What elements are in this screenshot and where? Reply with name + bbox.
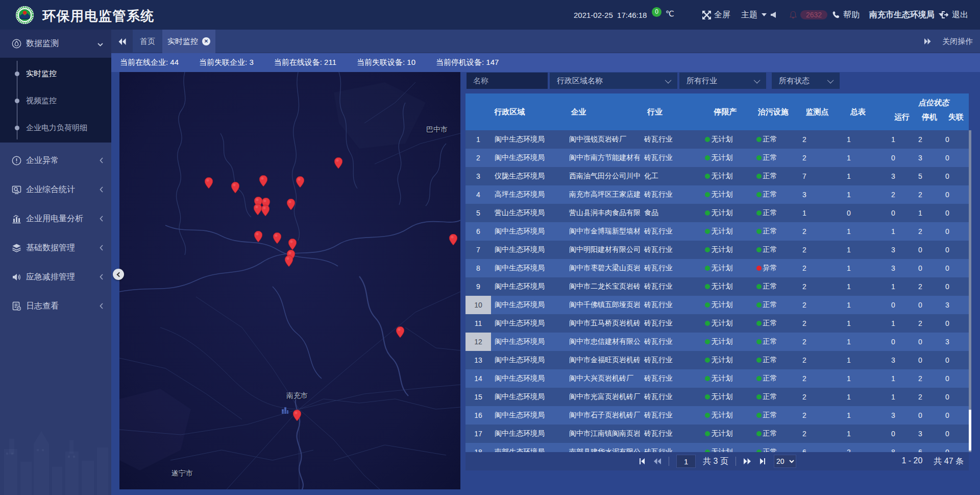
sidebar-item[interactable]: 日志查看 xyxy=(0,292,111,321)
sidebar-item[interactable]: 企业异常 xyxy=(0,146,111,175)
theme-label: 主题 xyxy=(741,10,757,20)
map-marker-pin[interactable] xyxy=(231,182,240,194)
table-row[interactable]: 17阆中生态环境局阆中市江南镇阆南页岩砖瓦行业无计划正常21030 xyxy=(465,425,969,443)
fullscreen-button[interactable]: 全屏 xyxy=(702,0,730,30)
next-page-button[interactable] xyxy=(743,458,751,465)
mute-button[interactable] xyxy=(770,0,777,30)
status-dot-icon xyxy=(705,431,710,436)
collapse-tabs-button[interactable] xyxy=(111,30,133,53)
table-row[interactable]: 7阆中生态环境局阆中明阳建材有限公司砖瓦行业无计划正常21300 xyxy=(465,241,969,259)
stat-item: 当前失联企业: 3 xyxy=(199,58,254,67)
org-menu[interactable]: 南充市生态环境局 xyxy=(869,0,944,30)
sidebar-subitem[interactable]: 视频监控 xyxy=(0,93,111,108)
sidebar-group-data-monitor[interactable]: 数据监测 xyxy=(0,30,111,58)
table-row[interactable]: 16阆中生态环境局阆中市石子页岩机砖厂砖瓦行业无计划正常21300 xyxy=(465,406,969,425)
sidebar-subitem[interactable]: 企业电力负荷明细 xyxy=(0,120,111,135)
table-row[interactable]: 8阆中生态环境局阆中市枣碧大梁山页岩砖瓦行业无计划异常21300 xyxy=(465,259,969,277)
sidebar-item[interactable]: 企业用电量分析 xyxy=(0,204,111,233)
treatment-status-text: 正常 xyxy=(763,282,777,291)
cell-lost: 0 xyxy=(928,369,967,388)
cell-run: 1 xyxy=(876,314,910,333)
map-marker-pin[interactable] xyxy=(254,231,263,243)
map-marker-pin[interactable] xyxy=(288,239,297,250)
cell-stop-status: 无计划 xyxy=(694,185,743,204)
map-marker-pin[interactable] xyxy=(449,234,458,246)
map-marker-pin[interactable] xyxy=(293,410,302,421)
tab-realtime-monitor[interactable]: 实时监控 ✕ xyxy=(162,30,215,53)
cell-meter: 1 xyxy=(827,130,871,149)
status-filter-select[interactable]: 所有状态 xyxy=(772,73,840,89)
cell-treatment-status: 正常 xyxy=(743,204,790,222)
table-row[interactable]: 14阆中生态环境局阆中大兴页岩机砖厂砖瓦行业无计划正常21120 xyxy=(465,369,969,388)
table-row[interactable]: 3仪陇生态环境局西南油气田分公司川中化工无计划正常71350 xyxy=(465,167,969,185)
stop-status-text: 无计划 xyxy=(712,190,733,199)
table-row[interactable]: 6阆中生态环境局阆中市金博瑞新型墙材砖瓦行业无计划正常21120 xyxy=(465,222,969,241)
sidebar-subitem[interactable]: 实时监控 xyxy=(0,66,111,81)
vertical-scrollbar[interactable] xyxy=(969,130,971,452)
status-dot-icon xyxy=(756,302,762,308)
table-row[interactable]: 18南部生态环境局南部县建华水泥有限公砖瓦行业无计划正常62860 xyxy=(465,443,969,452)
logout-button[interactable]: 退出 xyxy=(941,0,968,30)
table-row[interactable]: 9阆中生态环境局阆中市二龙长宝页岩砖砖瓦行业无计划正常21120 xyxy=(465,277,969,296)
table-row[interactable]: 5营山生态环境局营山县润丰肉食品有限食品无计划正常10010 xyxy=(465,204,969,222)
close-operations[interactable]: 关闭操作 xyxy=(924,30,973,53)
cell-region: 阆中生态环境局 xyxy=(491,406,565,425)
table-row[interactable]: 4高坪生态环境局南充市高坪区王家店建砖瓦行业无计划正常31220 xyxy=(465,185,969,204)
map-marker-pin[interactable] xyxy=(261,205,270,217)
table-row[interactable]: 12阆中生态环境局阆中市忠信建材有限公砖瓦行业无计划正常21003 xyxy=(465,333,969,351)
stat-item: 当前在线企业: 44 xyxy=(120,58,179,67)
sidebar-item[interactable]: 应急减排管理 xyxy=(0,263,111,292)
name-filter-input[interactable]: 名称 xyxy=(467,73,548,89)
table-row[interactable]: 15阆中生态环境局阆中市光富页岩机砖厂砖瓦行业无计划正常21120 xyxy=(465,388,969,406)
map-marker-pin[interactable] xyxy=(205,177,213,189)
map-marker-pin[interactable] xyxy=(259,175,268,187)
theme-menu[interactable]: 主题 xyxy=(741,0,767,30)
prev-page-button[interactable] xyxy=(653,458,662,465)
col-industry: 行业 xyxy=(628,93,682,130)
tab-close-icon[interactable]: ✕ xyxy=(202,37,210,45)
table-row[interactable]: 10阆中生态环境局阆中千佛镇五郎垭页岩砖瓦行业无计划正常21003 xyxy=(465,296,969,314)
cell-run: 0 xyxy=(876,149,910,167)
treatment-status-text: 正常 xyxy=(763,447,777,452)
page-size-select[interactable]: 20 xyxy=(774,455,796,468)
tab-home[interactable]: 首页 xyxy=(133,30,162,53)
map-marker-pin[interactable] xyxy=(273,232,282,244)
map-marker-pin[interactable] xyxy=(396,326,405,338)
help-button[interactable]: 帮助 xyxy=(832,0,860,30)
map-marker-pin[interactable] xyxy=(334,157,343,169)
status-dot-icon xyxy=(756,358,762,363)
treatment-status-text: 正常 xyxy=(763,208,777,218)
treatment-status-text: 正常 xyxy=(763,337,777,346)
page-number-input[interactable] xyxy=(676,455,696,468)
region-filter-select[interactable]: 行政区域名称 xyxy=(550,73,677,89)
map-marker-pin[interactable] xyxy=(287,199,296,210)
cell-industry: 砖瓦行业 xyxy=(640,222,694,241)
table-row[interactable]: 1阆中生态环境局阆中强锐页岩砖厂砖瓦行业无计划正常21120 xyxy=(465,130,969,149)
col-meter: 总表 xyxy=(836,93,880,130)
notifications[interactable]: 2632 xyxy=(789,0,827,30)
industry-filter-select[interactable]: 所有行业 xyxy=(679,73,766,89)
status-dot-icon xyxy=(756,137,762,142)
col-group-point-status: 点位状态 xyxy=(885,93,980,112)
cell-run: 1 xyxy=(876,277,910,296)
last-page-button[interactable] xyxy=(758,458,767,465)
status-dot-icon xyxy=(756,413,762,418)
table-row[interactable]: 11阆中生态环境局阆中市五马桥页岩机砖砖瓦行业无计划正常21120 xyxy=(465,314,969,333)
map-collapse-handle[interactable] xyxy=(113,269,124,280)
stop-status-text: 无计划 xyxy=(712,153,733,162)
cell-stop-status: 无计划 xyxy=(694,351,743,369)
table-row[interactable]: 2阆中生态环境局阆中市南方节能建材有砖瓦行业无计划正常21030 xyxy=(465,149,969,167)
sidebar-items: 企业异常企业综合统计企业用电量分析基础数据管理应急减排管理日志查看 xyxy=(0,146,111,321)
map-marker-pin[interactable] xyxy=(285,255,293,267)
first-page-button[interactable] xyxy=(638,458,646,465)
treatment-status-text: 正常 xyxy=(763,135,777,144)
map-panel[interactable]: 巴中市南充市遂宁市 xyxy=(119,72,460,489)
sidebar-item[interactable]: 基础数据管理 xyxy=(0,233,111,263)
table-row[interactable]: 13阆中生态环境局阆中市金福旺页岩机砖砖瓦行业无计划正常21300 xyxy=(465,351,969,369)
sidebar-item[interactable]: 企业综合统计 xyxy=(0,175,111,204)
map-marker-pin[interactable] xyxy=(296,176,305,188)
cell-industry: 砖瓦行业 xyxy=(640,314,694,333)
scrollbar-thumb[interactable] xyxy=(969,410,971,451)
cell-monitor: 2 xyxy=(786,259,823,277)
cell-lost: 0 xyxy=(928,185,967,204)
